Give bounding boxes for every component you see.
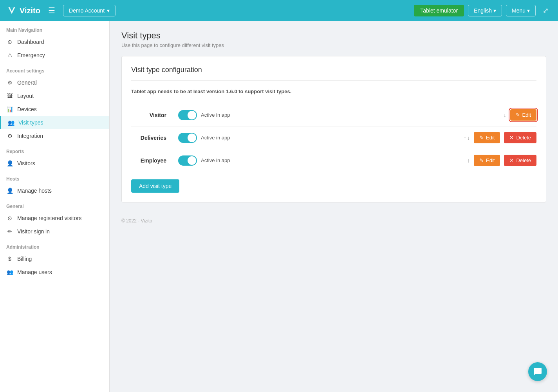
visit-type-name: Employee — [131, 157, 178, 164]
visit-type-card: Visit type configuration Tablet app need… — [121, 56, 546, 202]
delete-label: Delete — [516, 135, 531, 141]
edit-label: Edit — [522, 112, 531, 118]
topnav-right: Tablet emulator English ▾ Menu ▾ ⤢ — [414, 5, 552, 16]
sidebar-item-billing[interactable]: $Billing — [0, 252, 109, 266]
sidebar-item-integration[interactable]: ⚙Integration — [0, 129, 109, 143]
sidebar: Main Navigation⊙Dashboard⚠EmergencyAccou… — [0, 21, 110, 392]
account-label: Demo Account — [69, 7, 105, 14]
sort-icons: ↑↓ — [464, 135, 470, 141]
visit-type-actions: ↑✎Edit✕Delete — [467, 155, 536, 166]
manage-registered-icon: ⊙ — [6, 215, 13, 221]
toggle-wrap: Active in app — [178, 110, 230, 120]
sidebar-item-visitors[interactable]: 👤Visitors — [0, 157, 109, 170]
edit-label: Edit — [486, 157, 495, 163]
main-content: Visit types Use this page to configure d… — [110, 21, 558, 392]
sidebar-item-general[interactable]: ⚙General — [0, 76, 109, 89]
devices-icon: 📊 — [6, 106, 13, 112]
sidebar-section-label: General — [0, 197, 109, 211]
tablet-emulator-button[interactable]: Tablet emulator — [414, 5, 464, 16]
layout-icon: 🖼 — [6, 93, 13, 99]
sidebar-item-layout[interactable]: 🖼Layout — [0, 89, 109, 103]
active-toggle[interactable] — [178, 133, 197, 143]
language-button[interactable]: English ▾ — [468, 5, 502, 16]
sidebar-item-label-visit-types: Visit types — [18, 119, 43, 126]
add-visit-type-button[interactable]: Add visit type — [131, 179, 179, 193]
language-label: English — [474, 7, 492, 14]
sort-up-icon[interactable]: ↑ — [464, 135, 466, 141]
sidebar-item-label-manage-users: Manage users — [17, 269, 52, 275]
edit-button[interactable]: ✎Edit — [510, 109, 536, 121]
sort-icons: ↑ — [467, 157, 470, 164]
active-toggle[interactable] — [178, 155, 197, 166]
chat-bubble-button[interactable] — [528, 362, 547, 381]
account-button[interactable]: Demo Account ▾ — [63, 5, 116, 16]
sidebar-item-visit-types[interactable]: 👥Visit types — [0, 116, 109, 129]
dashboard-icon: ⊙ — [6, 39, 13, 45]
sidebar-item-manage-users[interactable]: 👥Manage users — [0, 266, 109, 279]
visit-type-row: VisitorActive in app↓✎Edit — [131, 104, 536, 126]
edit-pencil-icon: ✎ — [479, 135, 484, 141]
language-caret-icon: ▾ — [493, 7, 496, 14]
toggle-label: Active in app — [201, 135, 230, 141]
edit-button[interactable]: ✎Edit — [474, 155, 500, 166]
visit-types-icon: 👥 — [7, 119, 14, 126]
sidebar-item-emergency[interactable]: ⚠Emergency — [0, 49, 109, 62]
sidebar-section-label: Administration — [0, 238, 109, 252]
sidebar-item-label-integration: Integration — [17, 133, 43, 139]
sidebar-item-devices[interactable]: 📊Devices — [0, 103, 109, 116]
toggle-wrap: Active in app — [178, 133, 230, 143]
sidebar-item-label-devices: Devices — [17, 106, 37, 112]
sidebar-item-label-visitor-sign-in: Visitor sign in — [17, 228, 50, 235]
visit-type-actions: ↓✎Edit — [504, 109, 536, 121]
menu-button[interactable]: Menu ▾ — [506, 5, 536, 16]
general-icon: ⚙ — [6, 79, 13, 86]
delete-button[interactable]: ✕Delete — [504, 155, 536, 166]
hamburger-button[interactable]: ☰ — [47, 4, 57, 17]
sidebar-section-label: Main Navigation — [0, 21, 109, 35]
sidebar-section-label: Account settings — [0, 62, 109, 76]
sidebar-item-visitor-sign-in[interactable]: ✏Visitor sign in — [0, 225, 109, 238]
delete-x-icon: ✕ — [509, 157, 514, 163]
sidebar-item-label-dashboard: Dashboard — [17, 39, 44, 45]
card-title: Visit type configuration — [131, 66, 536, 81]
sidebar-item-label-visitors: Visitors — [17, 160, 35, 166]
delete-button[interactable]: ✕Delete — [504, 132, 536, 143]
sidebar-item-label-general: General — [17, 79, 37, 86]
account-caret-icon: ▾ — [107, 7, 110, 14]
toggle-label: Active in app — [201, 157, 230, 163]
sidebar-item-dashboard[interactable]: ⊙Dashboard — [0, 35, 109, 49]
page-title: Visit types — [121, 31, 546, 41]
menu-caret-icon: ▾ — [527, 7, 530, 14]
sidebar-item-label-layout: Layout — [17, 93, 34, 99]
sort-down-icon[interactable]: ↓ — [504, 112, 506, 118]
delete-x-icon: ✕ — [509, 135, 514, 141]
toggle-label: Active in app — [201, 112, 230, 118]
visitors-icon: 👤 — [6, 160, 13, 166]
edit-button[interactable]: ✎Edit — [474, 132, 500, 143]
delete-label: Delete — [516, 157, 531, 163]
sidebar-item-manage-registered[interactable]: ⊙Manage registered visitors — [0, 211, 109, 225]
sort-down-icon[interactable]: ↓ — [467, 135, 470, 141]
manage-hosts-icon: 👤 — [6, 188, 13, 194]
integration-icon: ⚙ — [6, 133, 13, 139]
sidebar-section-label: Reports — [0, 143, 109, 157]
main-footer: © 2022 - Vizito — [110, 212, 558, 230]
emergency-icon: ⚠ — [6, 52, 13, 58]
edit-label: Edit — [486, 135, 495, 141]
billing-icon: $ — [6, 256, 13, 262]
expand-button[interactable]: ⤢ — [540, 5, 552, 16]
manage-users-icon: 👥 — [6, 269, 13, 275]
sort-up-icon[interactable]: ↑ — [467, 157, 470, 164]
visitor-sign-in-icon: ✏ — [6, 228, 13, 235]
sidebar-item-label-manage-registered: Manage registered visitors — [17, 215, 81, 221]
visit-type-name: Visitor — [131, 112, 178, 118]
edit-pencil-icon: ✎ — [479, 157, 484, 163]
active-toggle[interactable] — [178, 110, 197, 120]
app-logo: Vizito — [6, 5, 40, 16]
sidebar-item-manage-hosts[interactable]: 👤Manage hosts — [0, 184, 109, 197]
warning-text: Tablet app needs to be at least version … — [131, 89, 536, 94]
visit-type-row: DeliveriesActive in app↑↓✎Edit✕Delete — [131, 126, 536, 149]
visit-type-row: EmployeeActive in app↑✎Edit✕Delete — [131, 149, 536, 172]
sidebar-item-label-manage-hosts: Manage hosts — [17, 188, 52, 194]
footer-text: © 2022 - Vizito — [121, 218, 152, 224]
